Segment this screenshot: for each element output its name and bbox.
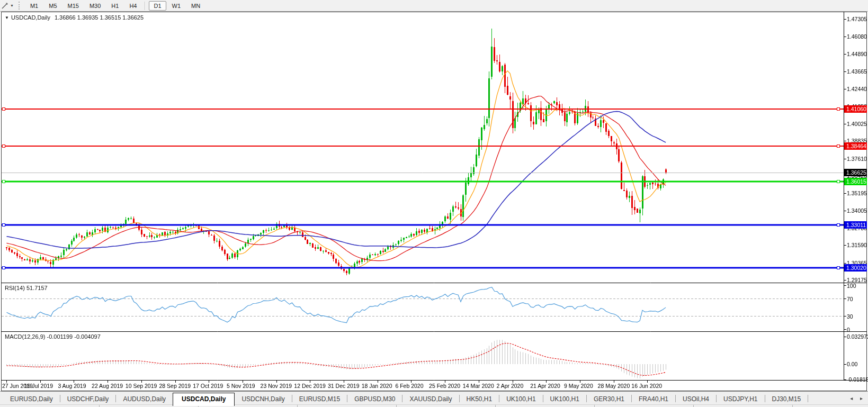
status-divider — [297, 405, 298, 407]
chart-ohlc-values: 1.36866 1.36935 1.36515 1.36625 — [55, 14, 144, 21]
price-level-label[interactable]: 1.30020 — [844, 264, 867, 272]
chart-tab-fra40-h1[interactable]: FRA40,H1 — [632, 393, 675, 405]
chart-tab-usdjpy-h1[interactable]: USDJPY,H1 — [717, 393, 764, 405]
tab-scroll-right-icon[interactable]: ▸ — [860, 395, 863, 401]
tab-scroll-arrows: ◂ ▸ — [844, 395, 863, 401]
toolbar-separator — [145, 2, 146, 10]
status-divider — [792, 405, 793, 407]
rsi-axis-label: 100 — [847, 283, 856, 289]
chart-tool-dropdown-caret[interactable]: ▼ — [10, 4, 14, 7]
price-axis-label: 1.44890 — [847, 51, 867, 57]
rsi-axis-label: 0 — [847, 327, 850, 333]
chart-tool-icon[interactable] — [1, 2, 9, 10]
date-axis-label: 14 Mar 2020 — [463, 383, 494, 389]
price-level-label[interactable]: 1.38464 — [844, 142, 867, 150]
price-axis-label: 1.47305 — [847, 16, 867, 22]
timeframe-button-w1[interactable]: W1 — [167, 1, 186, 11]
chart-tab-usdcnh-daily[interactable]: USDCNH,Daily — [235, 393, 291, 405]
date-axis-label: 18 Jan 2020 — [362, 383, 392, 389]
chart-tab-uk100-h1[interactable]: UK100,H1 — [499, 393, 542, 405]
timeframe-button-m15[interactable]: M15 — [63, 1, 84, 11]
cursor-tool-glyph — [1, 2, 9, 10]
date-axis-label: 5 Nov 2019 — [227, 383, 255, 389]
status-divider — [99, 405, 100, 407]
price-axis-label: 1.37610 — [847, 156, 867, 162]
date-axis-label: 12 Dec 2019 — [294, 383, 326, 389]
price-level-label[interactable]: 1.36015 — [844, 178, 867, 185]
price-axis-label: 1.40025 — [847, 121, 867, 127]
date-axis-label: 2 Apr 2020 — [497, 383, 524, 389]
chart-title: ▼USDCAD,Daily1.36866 1.36935 1.36515 1.3… — [5, 14, 144, 21]
chart-tab-hk50-h1[interactable]: HK50,H1 — [460, 393, 499, 405]
chart-tab-ger30-h1[interactable]: GER30,H1 — [587, 393, 631, 405]
date-axis-label: 16 Jul 2019 — [24, 383, 53, 389]
rsi-axis-label: 30 — [847, 313, 853, 320]
timeframe-button-m1[interactable]: M1 — [25, 1, 43, 11]
macd-indicator-label: MACD(12,26,9) -0.001199 -0.004097 — [5, 333, 101, 340]
timeframe-button-h1[interactable]: H1 — [106, 1, 123, 11]
date-axis-label: 10 Sep 2019 — [126, 383, 157, 389]
date-axis-label: 16 Jun 2020 — [631, 383, 662, 389]
date-axis-label: 22 Aug 2019 — [92, 383, 123, 389]
rsi-indicator-label: RSI(14) 51.7157 — [5, 285, 48, 291]
date-axis-label: 9 May 2020 — [564, 383, 593, 389]
chart-tab-audusd-daily[interactable]: AUDUSD,Daily — [116, 393, 173, 405]
macd-axis-label: 0.00 — [847, 361, 857, 367]
chart-tab-uk100-h1[interactable]: UK100,H1 — [543, 393, 586, 405]
status-divider — [396, 405, 397, 407]
chart-tabs: EURUSD,DailyUSDCHF,DailyAUDUSD,DailyUSDC… — [0, 392, 868, 405]
price-axis-label: 1.42440 — [847, 86, 867, 92]
price-axis-label: 1.31590 — [847, 242, 867, 248]
price-level-label[interactable]: 1.33011 — [844, 221, 867, 229]
timeframe-toolbar: ▼ M1M5M15M30H1H4D1W1MN — [0, 0, 868, 12]
date-axis-label: 17 Oct 2019 — [193, 383, 223, 389]
date-axis-label: 28 May 2020 — [598, 383, 630, 389]
bottom-strip — [0, 404, 868, 407]
chart-tab-usdchf-daily[interactable]: USDCHF,Daily — [60, 393, 116, 405]
chart-tab-eurusd-m15[interactable]: EURUSD,M15 — [292, 393, 347, 405]
price-axis-label: 1.34005 — [847, 207, 867, 214]
date-axis-label: 6 Feb 2020 — [395, 383, 423, 389]
date-axis-label: 23 Nov 2019 — [261, 383, 292, 389]
price-level-label[interactable]: 1.41060 — [844, 105, 867, 113]
status-divider — [693, 405, 694, 407]
chart-window: ▼USDCAD,Daily1.36866 1.36935 1.36515 1.3… — [1, 12, 867, 391]
timeframe-buttons: M1M5M15M30H1H4D1W1MN — [25, 1, 205, 11]
macd-axis-label: 0.032972 — [847, 333, 868, 340]
status-divider — [495, 405, 496, 407]
timeframe-button-h4[interactable]: H4 — [124, 1, 141, 11]
price-axis-label: 1.46080 — [847, 33, 867, 40]
rsi-axis-label: 70 — [847, 296, 853, 302]
date-axis-label: 25 Feb 2020 — [429, 383, 460, 389]
date-axis-label: 31 Dec 2019 — [328, 383, 360, 389]
timeframe-button-m5[interactable]: M5 — [44, 1, 61, 11]
status-divider — [594, 405, 595, 407]
price-chart-canvas[interactable] — [1, 12, 867, 391]
mt4-application: ▼ M1M5M15M30H1H4D1W1MN ▼USDCAD,Daily1.36… — [0, 0, 868, 407]
date-axis-label: 3 Aug 2019 — [58, 383, 86, 389]
chart-tab-usdcad-daily[interactable]: USDCAD,Daily — [173, 393, 235, 406]
chart-tab-gbpusd-m30[interactable]: GBPUSD,M30 — [347, 393, 402, 405]
macd-axis-label: -0.018154 — [847, 376, 868, 383]
price-level-label[interactable]: 1.36625 — [844, 169, 867, 176]
timeframe-button-mn[interactable]: MN — [186, 1, 205, 11]
toolbar-grip[interactable] — [19, 2, 21, 10]
price-axis-label: 1.43665 — [847, 68, 867, 75]
chart-menu-caret-icon[interactable]: ▼ — [5, 15, 9, 20]
price-axis-label: 1.35195 — [847, 190, 867, 196]
date-axis-label: 21 Apr 2020 — [530, 383, 560, 389]
chart-tab-dj30-m15[interactable]: DJ30,M15 — [765, 393, 808, 405]
tab-scroll-left-icon[interactable]: ◂ — [850, 395, 853, 401]
timeframe-button-m30[interactable]: M30 — [85, 1, 105, 11]
chart-symbol-period: USDCAD,Daily — [11, 14, 50, 21]
chart-tab-eurusd-daily[interactable]: EURUSD,Daily — [3, 393, 60, 405]
tab-separator — [808, 395, 808, 402]
chart-tab-xauusd-daily[interactable]: XAUUSD,Daily — [402, 393, 459, 405]
timeframe-button-d1[interactable]: D1 — [149, 1, 166, 11]
chart-tab-usoil-h4[interactable]: USOil,H4 — [676, 393, 716, 405]
date-axis-label: 28 Sep 2019 — [159, 383, 191, 389]
